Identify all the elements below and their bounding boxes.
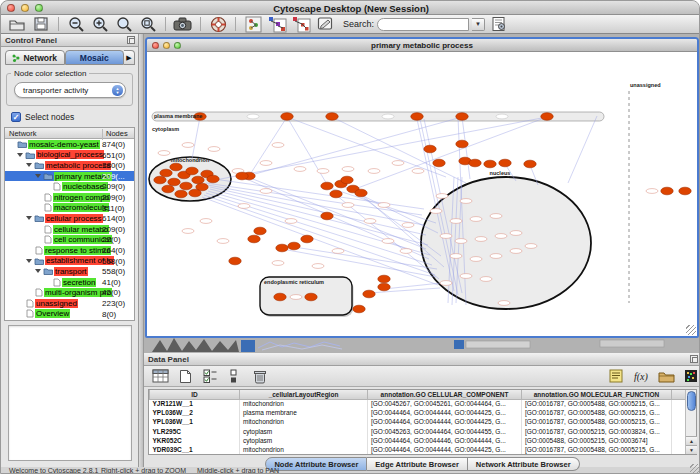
data-panel: Data Panel f(x) ID_cellularLayoutRegiona… — [144, 353, 700, 467]
birds-eye-view[interactable] — [8, 325, 132, 461]
table-row[interactable]: YLR295Ccytoplasm[GO:0045263, GO:0044464,… — [150, 427, 686, 436]
data-panel-header: Data Panel — [144, 353, 700, 366]
annotation-icon[interactable] — [315, 16, 335, 33]
tree-row-label: transport — [54, 267, 88, 276]
unselect-attributes-icon[interactable] — [225, 368, 245, 385]
node-color-combobox[interactable]: transporter activity ▲▼ — [14, 82, 126, 98]
zoom-fit-icon[interactable] — [114, 16, 134, 33]
tree-row[interactable]: metabolic process280(0) — [5, 160, 134, 171]
help-lifering-icon[interactable] — [208, 16, 228, 33]
tree-row-label: nucleobase- — [62, 182, 108, 191]
matrix-view-icon[interactable] — [681, 368, 700, 385]
svg-text:unassigned: unassigned — [630, 82, 661, 88]
float-data-panel-icon[interactable] — [690, 355, 698, 363]
layout-icon-2[interactable] — [267, 16, 287, 33]
folder-icon — [25, 151, 35, 159]
table-row[interactable]: YDR039C__1mitochondrion[GO:0044464, GO:0… — [150, 445, 686, 454]
expand-arrow-icon[interactable] — [26, 216, 32, 220]
search-config-icon[interactable] — [489, 16, 509, 33]
window-resize-grip[interactable] — [686, 325, 696, 335]
zoom-in-icon[interactable] — [90, 16, 110, 33]
tree-row[interactable]: primary metabo209(... — [5, 171, 134, 182]
tree-row[interactable]: secretion41(0) — [5, 277, 134, 288]
table-scrollbar[interactable]: ▲ ▼ — [685, 390, 696, 454]
status-bar: Welcome to Cytoscape 2.8.1 Right-click +… — [1, 467, 700, 474]
table-row[interactable]: YPL036W__2plasma membrane[GO:0044464, GO… — [150, 408, 686, 417]
tree-row[interactable]: nucleobase-209(0) — [5, 181, 134, 192]
expand-arrow-icon[interactable] — [35, 174, 41, 178]
more-tabs-button[interactable]: ▶ — [124, 50, 135, 65]
layout-icon-3[interactable] — [291, 16, 311, 33]
svg-text:f(x): f(x) — [634, 371, 649, 383]
table-row[interactable]: YKR052Ccytoplasm[GO:0044464, GO:0044446,… — [150, 436, 686, 445]
function-builder-icon[interactable]: f(x) — [631, 368, 651, 385]
node-color-selection-group: Node color selection transporter activit… — [6, 73, 133, 106]
tree-row[interactable]: transport558(0) — [5, 266, 134, 277]
tab-mosaic[interactable]: Mosaic — [65, 50, 125, 65]
select-attributes-icon[interactable] — [200, 368, 220, 385]
file-icon — [44, 235, 52, 244]
tree-row-node-count: 558(0) — [102, 267, 125, 276]
new-attribute-icon[interactable] — [175, 368, 195, 385]
snapshot-camera-icon[interactable] — [173, 16, 193, 33]
table-row[interactable]: YJR121W__1mitochondrion[GO:0045267, GO:0… — [150, 399, 686, 408]
scroll-down-button[interactable]: ▼ — [686, 445, 697, 454]
zoom-selected-icon[interactable] — [138, 16, 158, 33]
delete-attribute-trash-icon[interactable] — [250, 368, 270, 385]
tree-row[interactable]: mosaic-demo-yeast874(0) — [5, 139, 134, 150]
attribute-list-icon[interactable] — [606, 368, 626, 385]
indent-spacer — [35, 197, 42, 198]
tree-row-node-count: 558(0) — [102, 257, 125, 266]
search-dropdown-button[interactable]: ▼ — [472, 18, 485, 31]
float-panel-icon[interactable] — [127, 36, 135, 44]
scrollbar-thumb[interactable] — [687, 391, 696, 411]
tab-network[interactable]: Network — [5, 50, 65, 65]
tree-row[interactable]: macromolecule311(0) — [5, 203, 134, 214]
layout-icon-1[interactable] — [243, 16, 263, 33]
tree-row[interactable]: nitrogen compo209(0) — [5, 192, 134, 203]
table-column-header[interactable]: annotation.GO CELLULAR_COMPONENT — [368, 390, 522, 399]
table-column-header[interactable]: ID — [150, 390, 240, 399]
group-title: Node color selection — [11, 69, 89, 78]
table-column-header[interactable]: _cellularLayoutRegion — [240, 390, 368, 399]
tree-row[interactable]: unassigned223(0) — [5, 298, 134, 309]
tree-row[interactable]: multi-organism pro42(0) — [5, 287, 134, 298]
save-icon[interactable] — [31, 16, 51, 33]
file-icon — [26, 299, 34, 308]
network-view-titlebar[interactable]: primary metabolic process — [147, 39, 697, 52]
tree-row[interactable]: cellular metabo209(0) — [5, 224, 134, 235]
open-icon[interactable] — [7, 16, 27, 33]
svg-text:plasma membrane: plasma membrane — [154, 113, 202, 119]
folder-icon — [43, 172, 53, 180]
cytoscape-window: Cytoscape Desktop (New Session) Search: … — [0, 0, 700, 474]
attribute-table: ID_cellularLayoutRegionannotation.GO CEL… — [148, 389, 697, 455]
expand-arrow-icon[interactable] — [17, 153, 23, 157]
data-panel-toolbar: f(x) — [144, 366, 700, 387]
tree-row[interactable]: Overview8(0) — [5, 309, 134, 320]
tree-row[interactable]: establishment of lo558(0) — [5, 256, 134, 267]
tree-column-network[interactable]: Network — [9, 129, 37, 138]
import-attributes-folder-icon[interactable] — [656, 368, 676, 385]
search-input[interactable] — [377, 18, 469, 31]
tree-row-node-count: 22(0) — [102, 235, 121, 244]
network-canvas[interactable]: plasma membranecytoplasmmitochondrionnuc… — [148, 53, 696, 334]
zoom-out-icon[interactable] — [66, 16, 86, 33]
control-panel: Control Panel Network Mosaic ▶ Node colo… — [1, 34, 138, 467]
expand-arrow-icon[interactable] — [26, 163, 32, 167]
tree-row[interactable]: response to stimul264(0) — [5, 245, 134, 256]
scroll-up-button[interactable]: ▲ — [686, 436, 697, 445]
expand-arrow-icon[interactable] — [35, 269, 41, 273]
table-column-header[interactable]: annotation.GO MOLECULAR_FUNCTION — [522, 390, 672, 399]
tree-row-label: secretion — [62, 278, 96, 287]
app-resize-grip[interactable] — [690, 464, 699, 473]
table-row[interactable]: YPL036W__1mitochondrion[GO:0044464, GO:0… — [150, 417, 686, 426]
select-nodes-checkbox[interactable]: ✓ — [11, 112, 21, 122]
tree-row[interactable]: cell communicat22(0) — [5, 234, 134, 245]
attribute-table-icon[interactable] — [150, 368, 170, 385]
folder-icon — [34, 161, 44, 169]
indent-spacer — [35, 239, 42, 240]
tree-row[interactable]: biological_process651(0) — [5, 150, 134, 161]
tree-row[interactable]: cellular process614(0) — [5, 213, 134, 224]
tree-row-node-count: 42(0) — [102, 288, 121, 297]
expand-arrow-icon[interactable] — [26, 259, 32, 263]
